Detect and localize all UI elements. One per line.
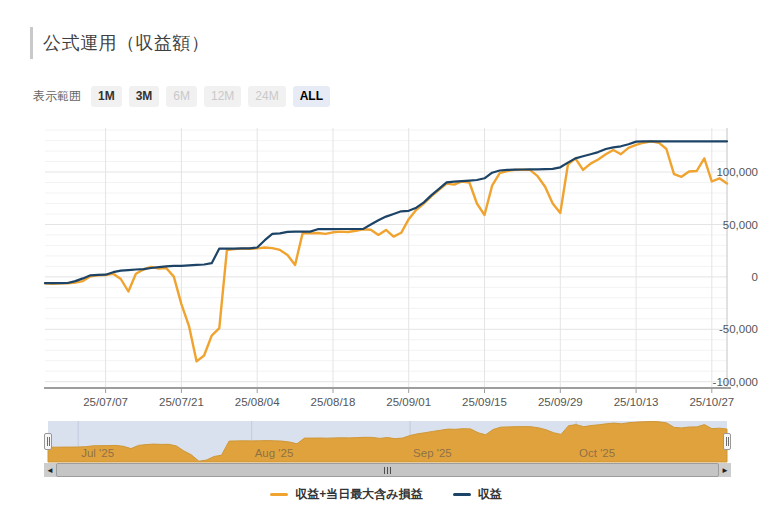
navigator-month-label: Aug '25 bbox=[255, 447, 294, 459]
x-axis-label: 25/08/18 bbox=[311, 396, 356, 408]
scrollbar-right-arrow-icon[interactable]: ► bbox=[719, 463, 731, 477]
navigator-month-label: Jul '25 bbox=[81, 447, 114, 459]
navigator-month-label: Oct '25 bbox=[579, 447, 615, 459]
x-axis-label: 25/09/29 bbox=[538, 396, 583, 408]
legend-item-label: 収益 bbox=[478, 486, 502, 503]
scrollbar-track[interactable] bbox=[56, 463, 719, 477]
unrealized-series-swatch-icon bbox=[270, 493, 288, 496]
x-axis-label: 25/10/13 bbox=[614, 396, 659, 408]
x-axis-label: 25/09/15 bbox=[462, 396, 507, 408]
navigator-scrollbar: ◄ ► bbox=[44, 463, 731, 477]
navigator-right-handle[interactable] bbox=[723, 433, 731, 450]
y-axis-label: 50,000 bbox=[723, 219, 758, 231]
profit-series-swatch-icon bbox=[453, 493, 471, 496]
x-axis-label: 25/07/21 bbox=[159, 396, 204, 408]
navigator-month-label: Sep '25 bbox=[413, 447, 452, 459]
x-axis-label: 25/08/04 bbox=[235, 396, 280, 408]
legend-item-label: 収益+当日最大含み損益 bbox=[295, 486, 422, 503]
scrollbar-left-arrow-icon[interactable]: ◄ bbox=[44, 463, 56, 477]
chart-plot-area[interactable] bbox=[45, 128, 727, 388]
navigator-left-handle[interactable] bbox=[44, 433, 52, 450]
y-axis-label: 0 bbox=[752, 271, 758, 283]
legend-item-unrealized[interactable]: 収益+当日最大含み損益 bbox=[270, 486, 422, 503]
legend-item-profit[interactable]: 収益 bbox=[453, 486, 502, 503]
x-axis-label: 25/07/07 bbox=[83, 396, 128, 408]
chart-legend: 収益+当日最大含み損益 収益 bbox=[45, 486, 727, 503]
chart-page: 公式運用（収益額） 表示範囲 1M 3M 6M 12M 24M ALL 25/0… bbox=[0, 0, 763, 508]
x-axis-label: 25/09/01 bbox=[386, 396, 431, 408]
x-axis-label: 25/10/27 bbox=[689, 396, 734, 408]
scrollbar-thumb[interactable] bbox=[56, 463, 719, 477]
